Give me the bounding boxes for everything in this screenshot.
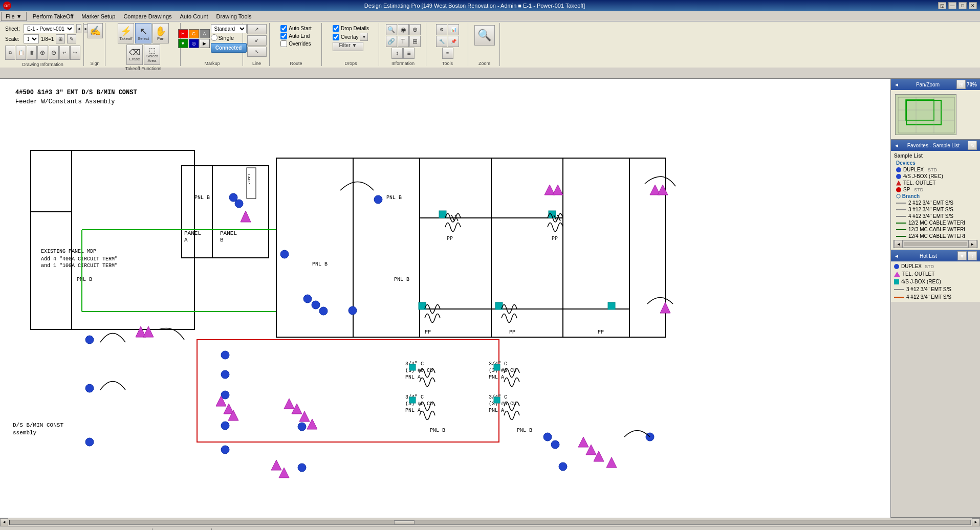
markup-controls: H G A ▼ ◎ ▶ Standard [177, 23, 248, 54]
overrides-checkbox[interactable] [280, 40, 287, 47]
menu-auto-count[interactable]: Auto Count [176, 12, 212, 20]
markup-right-controls: Standard Single Connected [211, 24, 247, 53]
minimize-button[interactable]: — [948, 2, 956, 9]
favorites-header[interactable]: ◄ Favorites - Sample List ✎ [891, 140, 980, 151]
horizontal-scrollbar[interactable]: ◄ ► [0, 518, 980, 526]
info-btn1[interactable]: 🔍 [386, 24, 397, 35]
hscroll-right-btn[interactable]: ► [972, 518, 980, 526]
hscroll-track[interactable] [8, 520, 972, 525]
hscroll-left-btn[interactable]: ◄ [0, 518, 8, 526]
svg-text:FACP: FACP [247, 174, 251, 184]
fav-duplex[interactable]: DUPLEX STD [892, 166, 979, 173]
filter-dropdown-btn[interactable]: Filter ▼ [333, 42, 363, 51]
close-button[interactable]: ✕ [969, 2, 977, 9]
info-btn7[interactable]: ↕ [391, 48, 403, 59]
select-button[interactable]: ↖ Select [135, 23, 151, 43]
markup-play[interactable]: ▶ [200, 39, 210, 48]
tools-btn3[interactable]: 🔧 [436, 36, 447, 47]
menu-compare-drawings[interactable]: Compare Drawings [119, 12, 176, 20]
fav-scroll-left[interactable]: ◄ [895, 240, 903, 248]
tools-btn2[interactable]: 📊 [448, 24, 459, 35]
line-btn1[interactable]: ↗ [247, 24, 267, 34]
menu-drawing-tools[interactable]: Drawing Tools [212, 12, 256, 20]
hscroll-track-inner[interactable] [9, 520, 971, 525]
edit-copy[interactable]: ⧉ [5, 46, 15, 60]
maximize-button[interactable]: □ [959, 2, 967, 9]
fav-3-12-emt[interactable]: 3 #12 3/4" EMT S/S [892, 206, 979, 213]
auto-start-checkbox[interactable] [280, 25, 287, 32]
fav-4-12-emt[interactable]: 4 #12 3/4" EMT S/S [892, 213, 979, 219]
info-btn6[interactable]: ⊞ [409, 36, 421, 47]
drop-details-checkbox[interactable] [333, 25, 339, 32]
standard-select[interactable]: Standard [211, 24, 247, 33]
fav-scrollbar[interactable]: ◄ ► [893, 240, 978, 248]
sheet-nav-prev[interactable]: ◄ [76, 24, 81, 33]
hotlist-filter-btn[interactable]: ▼ [957, 251, 967, 260]
fav-scroll-right[interactable]: ► [968, 240, 976, 248]
edit-zoom-out[interactable]: ⊖ [49, 46, 59, 60]
info-btn4[interactable]: 🔗 [386, 36, 397, 47]
svg-text:(3) #6 CU: (3) #6 CU [489, 401, 516, 407]
line-btn2[interactable]: ↙ [247, 35, 267, 46]
fav-12-4-mc[interactable]: 12/4 MC CABLE W/TERI [892, 233, 979, 239]
sign-btn[interactable]: ✍ [88, 23, 103, 38]
pan-button[interactable]: ✋ Pan [153, 23, 169, 43]
takeoff-button[interactable]: ⚡ Takeoff [118, 23, 134, 43]
markup-color-blue[interactable]: ◎ [189, 39, 199, 48]
connected-button[interactable]: Connected [211, 43, 247, 53]
hotlist-jbox[interactable]: 4/S J-BOX (REC) [892, 278, 979, 285]
tools-btn5[interactable]: ≡ [442, 48, 453, 59]
scale-select[interactable]: 1 [24, 34, 39, 43]
overlay-settings-btn[interactable]: ▼ [360, 33, 368, 41]
hotlist-sort-btn[interactable]: ↕ [968, 251, 977, 260]
select-area-button[interactable]: ⬚ Select Area [144, 45, 160, 65]
fav-2-12-emt[interactable]: 2 #12 3/4" EMT S/S [892, 200, 979, 206]
hotlist-3-12[interactable]: 3 #12 3/4" EMT S/S [892, 285, 979, 293]
markup-color-red[interactable]: H [178, 29, 188, 38]
takeoff-functions-label: Takeoff Functions [125, 65, 161, 71]
edit-redo[interactable]: ↪ [70, 46, 80, 60]
auto-end-checkbox[interactable] [280, 33, 287, 39]
favorites-edit-btn[interactable]: ✎ [968, 141, 977, 150]
hscroll-thumb[interactable] [394, 520, 415, 524]
file-menu[interactable]: File ▼ [1, 12, 27, 21]
menu-marker-setup[interactable]: Marker Setup [77, 12, 119, 20]
edit-delete[interactable]: 🗑 [27, 46, 37, 60]
line-btn3[interactable]: ⤡ [247, 47, 267, 57]
fav-12-3-mc[interactable]: 12/3 MC CABLE W/TERI [892, 226, 979, 233]
scale-fit[interactable]: ⊞ [56, 34, 65, 43]
fav-tel-outlet[interactable]: TEL. OUTLET [892, 180, 979, 186]
sheet-select[interactable]: E-1 - Power-001 [24, 24, 74, 33]
fav-jbox[interactable]: 4/S J-BOX (REC) [892, 173, 979, 180]
edit-undo[interactable]: ↩ [59, 46, 70, 60]
drawing-area[interactable]: 4#500 &1#3 3" EMT D/S B/MIN CONST Feeder… [0, 79, 890, 518]
info-btn5[interactable]: T [398, 36, 409, 47]
fav-scroll-track[interactable] [904, 242, 967, 246]
edit-paste[interactable]: 📋 [16, 46, 26, 60]
fav-sp[interactable]: SP STD [892, 186, 979, 193]
filter-label: Filter ▼ [339, 42, 357, 48]
markup-color-gray[interactable]: A [200, 29, 210, 38]
info-btn2[interactable]: ◉ [398, 24, 409, 35]
panzoom-thumbnail[interactable] [895, 94, 956, 135]
hotlist-4-12[interactable]: 4 #12 3/4" EMT S/S [892, 293, 979, 301]
tools-btn4[interactable]: 📌 [448, 36, 459, 47]
markup-color-green[interactable]: ▼ [178, 39, 188, 48]
hotlist-duplex[interactable]: DUPLEX STD [892, 262, 979, 270]
fav-12-2-mc[interactable]: 12/2 MC CABLE W/TERI [892, 219, 979, 226]
hotlist-tel[interactable]: TEL. OUTLET [892, 270, 979, 278]
erase-button[interactable]: ⌫ Erase [126, 45, 143, 65]
panzoom-settings-btn[interactable]: ⊞ [956, 80, 966, 89]
overlay-checkbox[interactable] [333, 34, 339, 40]
tools-btn1[interactable]: ⚙ [436, 24, 447, 35]
panzoom-header[interactable]: ◄ Pan/Zoom ⊞ 70% [891, 79, 980, 90]
scale-edit[interactable]: ✎ [67, 34, 76, 43]
markup-color-orange[interactable]: G [189, 29, 199, 38]
info-btn3[interactable]: ⊕ [409, 24, 421, 35]
menu-perform-takeoff[interactable]: Perform TakeOff [29, 12, 78, 20]
zoom-magnifier-btn[interactable]: 🔍 [474, 25, 495, 46]
info-btn8[interactable]: ≡ [403, 48, 415, 59]
edit-zoom-in[interactable]: ⊕ [37, 46, 48, 60]
hotlist-header[interactable]: ◄ Hot List ▼ ↕ [891, 250, 980, 261]
single-radio[interactable] [211, 34, 217, 41]
